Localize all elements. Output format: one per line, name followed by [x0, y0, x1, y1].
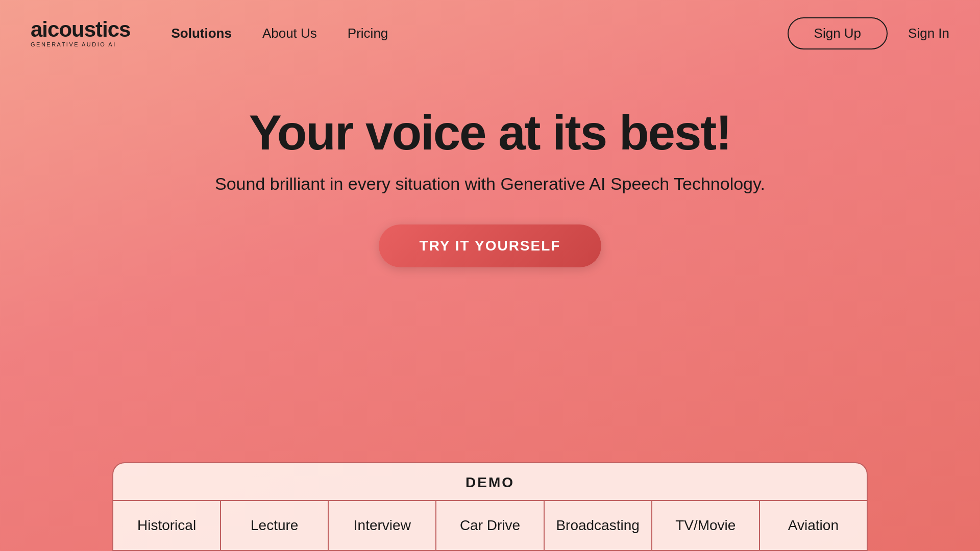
- demo-tab-aviation[interactable]: Aviation: [760, 501, 867, 550]
- nav-solutions[interactable]: Solutions: [171, 26, 231, 41]
- demo-tab-tv-movie[interactable]: TV/Movie: [652, 501, 760, 550]
- nav-pricing[interactable]: Pricing: [348, 26, 388, 41]
- nav-links: Solutions About Us Pricing: [171, 26, 787, 41]
- hero-section: Your voice at its best! Sound brilliant …: [0, 66, 980, 267]
- signup-button[interactable]: Sign Up: [788, 17, 888, 49]
- logo-ai: ai: [31, 17, 47, 41]
- demo-header: DEMO: [113, 463, 867, 501]
- navbar: aicoustics GENERATIVE AUDIO AI Solutions…: [0, 0, 980, 66]
- demo-panel: DEMO Historical Lecture Interview Car Dr…: [112, 462, 868, 551]
- demo-tab-lecture[interactable]: Lecture: [221, 501, 329, 550]
- signin-button[interactable]: Sign In: [908, 26, 949, 41]
- hero-subtitle: Sound brilliant in every situation with …: [215, 174, 765, 194]
- demo-tab-broadcasting[interactable]: Broadcasting: [545, 501, 652, 550]
- demo-tab-car-drive[interactable]: Car Drive: [436, 501, 544, 550]
- demo-tab-historical[interactable]: Historical: [113, 501, 221, 550]
- logo-coustics: coustics: [47, 17, 130, 41]
- demo-tab-interview[interactable]: Interview: [329, 501, 436, 550]
- nav-right: Sign Up Sign In: [788, 17, 949, 49]
- try-it-yourself-button[interactable]: TRY IT YOURSELF: [379, 224, 602, 267]
- logo[interactable]: aicoustics GENERATIVE AUDIO AI: [31, 19, 130, 47]
- logo-tagline: GENERATIVE AUDIO AI: [31, 41, 130, 47]
- nav-about-us[interactable]: About Us: [262, 26, 317, 41]
- hero-title: Your voice at its best!: [249, 107, 731, 159]
- demo-tabs: Historical Lecture Interview Car Drive B…: [113, 501, 867, 550]
